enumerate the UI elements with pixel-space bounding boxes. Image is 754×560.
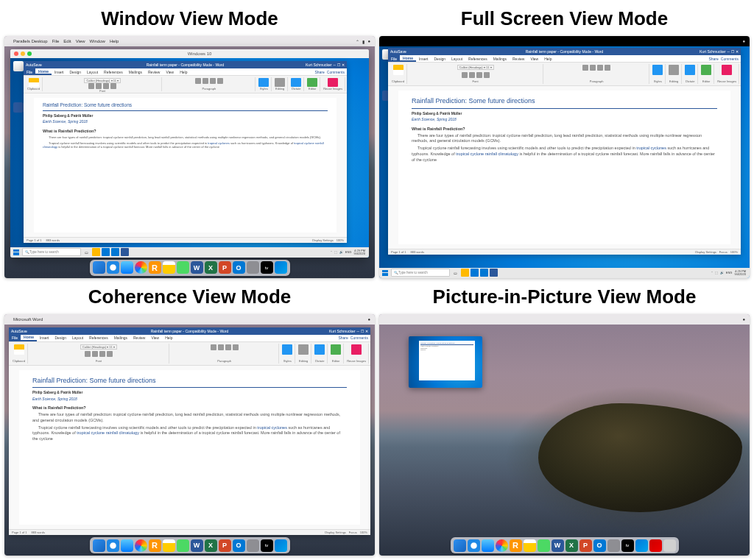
autosave-toggle[interactable]: AutoSave (390, 49, 406, 54)
doc-hyperlink[interactable]: tropical cyclone rainfall climatology (77, 430, 139, 435)
task-view-icon[interactable]: ▭ (451, 269, 459, 277)
italic-icon[interactable] (92, 351, 98, 357)
dock-excel-icon[interactable]: X (205, 539, 217, 552)
find-icon[interactable] (298, 344, 309, 355)
dock-outlook-icon[interactable]: O (593, 539, 606, 552)
status-page[interactable]: Page 1 of 1 (391, 250, 406, 254)
tab-view[interactable]: View (163, 68, 177, 75)
mac-menubar[interactable]: ● (379, 36, 750, 46)
zoom-icon[interactable] (27, 52, 32, 56)
start-button[interactable] (381, 269, 390, 277)
doc-hyperlink[interactable]: tropical cyclones (257, 425, 287, 430)
tab-references[interactable]: References (86, 335, 111, 341)
dock-settings-icon[interactable] (607, 539, 620, 552)
font-name-select[interactable]: Calibri (Headings) ▾ 11 ▾ (80, 344, 117, 350)
win-minimize-icon[interactable]: ─ (333, 63, 336, 67)
edge-icon[interactable] (102, 248, 110, 256)
dock-finder-icon[interactable] (454, 539, 466, 552)
tab-mailings[interactable]: Mailings (111, 335, 130, 341)
win-maximize-icon[interactable]: ☐ (337, 63, 340, 67)
dock-powerpoint-icon[interactable]: P (219, 539, 231, 552)
user-name[interactable]: Kurt Schmucker (329, 329, 356, 333)
tray-volume-icon[interactable]: 🔊 (339, 250, 343, 254)
tab-references[interactable]: References (465, 55, 490, 62)
reuse-images-icon[interactable] (328, 78, 338, 87)
dock-parallels2-icon[interactable] (649, 539, 662, 552)
dock-mail-icon[interactable] (482, 539, 494, 552)
menubar-wifi-icon[interactable]: ⌃ (356, 39, 359, 44)
vm-window[interactable]: Windows 10 AutoSave Rainfall term paper … (10, 49, 369, 258)
align-icon[interactable] (597, 65, 603, 71)
share-button[interactable]: Share (338, 336, 348, 340)
start-button[interactable] (12, 248, 21, 257)
store-icon[interactable] (111, 248, 119, 256)
explorer-icon[interactable] (461, 269, 469, 277)
tab-home[interactable]: Home (21, 335, 37, 341)
tab-review[interactable]: Review (510, 55, 527, 62)
tab-design[interactable]: Design (66, 68, 84, 75)
explorer-icon[interactable] (92, 248, 100, 256)
user-name[interactable]: Kurt Schmucker (700, 49, 726, 54)
menubar-clock[interactable]: ● (367, 317, 370, 322)
paste-icon[interactable] (393, 65, 404, 75)
styles-icon[interactable] (258, 78, 269, 87)
dock-windows-icon[interactable] (275, 261, 287, 274)
bullets-icon[interactable] (211, 344, 216, 350)
pip-window[interactable]: Rainfall Prediction: Some future directi… (409, 336, 482, 388)
word-shortcut-icon[interactable] (13, 102, 24, 113)
share-button[interactable]: Share (314, 70, 324, 74)
menubar-app-name[interactable]: Microsoft Word (13, 317, 43, 322)
dock-trash-icon[interactable] (663, 539, 676, 552)
italic-icon[interactable] (96, 83, 102, 89)
dock-photos-icon[interactable] (135, 539, 147, 552)
document-area[interactable]: Rainfall Prediction: Some future directi… (388, 86, 741, 249)
mac-menubar[interactable]: Parallels Desktop File Edit View Window … (4, 36, 375, 46)
tab-layout[interactable]: Layout (69, 335, 86, 341)
dock-parallels-icon[interactable]: R (510, 539, 522, 552)
menu-edit[interactable]: Edit (63, 39, 71, 43)
tab-view[interactable]: View (527, 55, 541, 62)
numbering-icon[interactable] (218, 344, 224, 350)
dock-powerpoint-icon[interactable]: P (219, 261, 231, 274)
tab-references[interactable]: References (101, 68, 126, 75)
tab-help[interactable]: Help (162, 335, 175, 341)
editor-icon[interactable] (331, 344, 341, 355)
doc-hyperlink[interactable]: tropical cyclone rainfall climatology (456, 152, 518, 156)
dock-word-icon[interactable]: W (191, 261, 203, 274)
word-titlebar[interactable]: AutoSave Rainfall term paper - Compatibi… (388, 48, 741, 55)
tray-chevron-icon[interactable]: ˄ (711, 271, 713, 274)
tab-review[interactable]: Review (130, 335, 148, 341)
win-close-icon[interactable]: ✕ (736, 49, 739, 54)
status-words[interactable]: 883 words (46, 238, 59, 242)
tray-network-icon[interactable]: ⬚ (334, 250, 337, 254)
win-minimize-icon[interactable]: ─ (727, 49, 730, 54)
dock-windows-icon[interactable] (635, 539, 648, 552)
menubar-clock[interactable]: ● (742, 317, 745, 322)
dock-excel-icon[interactable]: X (205, 261, 217, 274)
store-icon[interactable] (480, 269, 488, 277)
win-close-icon[interactable]: ✕ (365, 329, 368, 333)
comments-button[interactable]: Comments (721, 57, 739, 61)
find-icon[interactable] (275, 78, 285, 87)
dock-parallels-icon[interactable]: R (149, 539, 161, 552)
tab-help[interactable]: Help (177, 68, 190, 75)
dock-app-icon[interactable] (177, 261, 189, 274)
styles-icon[interactable] (282, 344, 292, 355)
font-color-icon[interactable] (110, 83, 116, 89)
tab-insert[interactable]: Insert (52, 68, 67, 75)
menu-file[interactable]: File (52, 39, 60, 43)
status-page[interactable]: Page 1 of 1 (27, 238, 41, 242)
menubar-battery-icon[interactable]: ▮ (362, 39, 364, 44)
dock-notes-icon[interactable] (163, 261, 175, 274)
menu-view[interactable]: View (76, 39, 85, 43)
word-taskbar-icon[interactable] (121, 248, 129, 256)
dock-photos-icon[interactable] (496, 539, 508, 552)
tray-volume-icon[interactable]: 🔊 (720, 271, 724, 274)
tab-help[interactable]: Help (541, 55, 554, 62)
align-icon[interactable] (210, 78, 216, 84)
word-window[interactable]: AutoSave Rainfall term paper - Compatibi… (388, 48, 741, 255)
autosave-toggle[interactable]: AutoSave (26, 63, 42, 67)
dock-photos-icon[interactable] (135, 261, 147, 274)
close-icon[interactable] (14, 52, 18, 56)
find-icon[interactable] (669, 65, 679, 75)
